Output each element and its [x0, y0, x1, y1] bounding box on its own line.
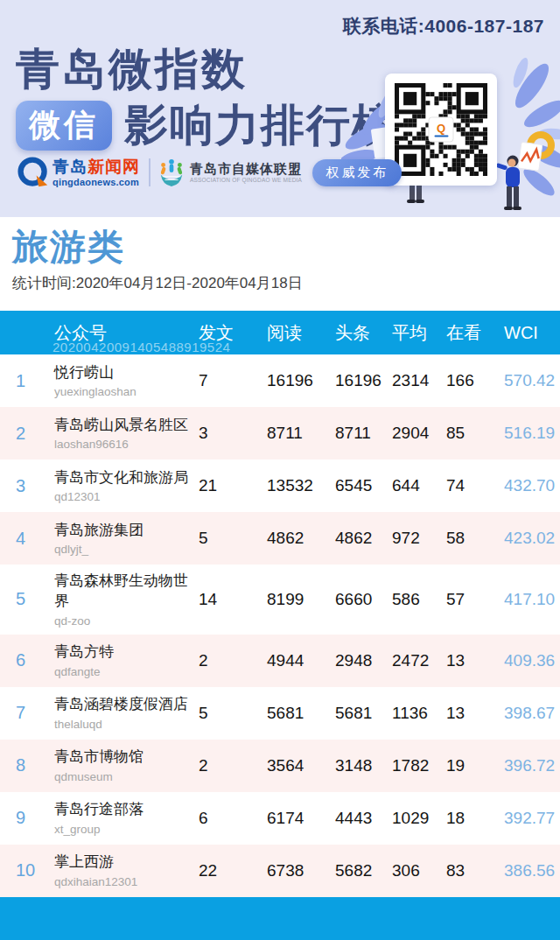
posts-cell: 6 — [199, 809, 267, 828]
average-cell: 1782 — [392, 756, 446, 775]
account-id: qd12301 — [54, 490, 199, 503]
average-cell: 1029 — [392, 809, 446, 828]
stats-period: 统计时间:2020年04月12日-2020年04月18日 — [12, 273, 548, 293]
account-cell: 悦行崂山 yuexinglaoshan — [48, 363, 199, 399]
reads-cell: 13532 — [267, 476, 335, 495]
average-cell: 306 — [392, 861, 446, 880]
col-header-average: 平均 — [392, 321, 446, 345]
account-id: laoshan96616 — [54, 438, 199, 451]
account-cell: 青岛旅游集团 qdlyjt_ — [48, 521, 199, 557]
account-cell: 掌上西游 qdxihaian12301 — [48, 852, 199, 888]
account-id: qdmuseum — [54, 770, 199, 783]
col-header-inlook: 在看 — [446, 321, 504, 345]
account-id: qd-zoo — [54, 614, 199, 628]
inlook-cell: 166 — [446, 371, 504, 390]
account-name: 悦行崂山 — [54, 363, 192, 383]
account-cell: 青岛市文化和旅游局 qd12301 — [48, 468, 199, 504]
average-cell: 644 — [392, 476, 446, 495]
reads-cell: 6174 — [267, 809, 335, 828]
account-name: 青岛涵碧楼度假酒店 — [54, 695, 192, 715]
wci-cell: 396.72 — [504, 756, 560, 775]
table-header: 公众号 发文 阅读 头条 平均 在看 WCI 20200420091405488… — [0, 311, 560, 354]
reads-cell: 4862 — [267, 529, 335, 548]
person-right-icon — [495, 156, 522, 211]
posts-cell: 21 — [199, 476, 267, 495]
account-id: qdxihaian12301 — [54, 875, 199, 888]
contact-phone: 联系电话:4006-187-187 — [343, 14, 544, 39]
table-row: 6 青岛方特 qdfangte 2 4944 2948 2472 13 409.… — [0, 635, 560, 687]
wci-cell: 417.10 — [504, 590, 560, 609]
inlook-cell: 83 — [446, 861, 504, 880]
wemedia-logo-subtitle: ASSOCIATION OF QINGDAO WE MEDIA — [190, 178, 302, 184]
inlook-cell: 13 — [446, 651, 504, 670]
chart-card-icon — [518, 142, 542, 171]
headline-cell: 6660 — [335, 590, 392, 609]
ranking-page: 联系电话:4006-187-187 青岛微指数 微信 影响力排行榜 — [0, 0, 560, 940]
rank-cell: 1 — [0, 371, 48, 391]
headline-cell: 8711 — [335, 424, 392, 443]
account-id: yuexinglaoshan — [54, 385, 199, 398]
posts-cell: 14 — [199, 590, 267, 609]
publisher-logos: 青岛新闻网 qingdaonews.com 青岛市自媒体联盟 ASSOCIATI… — [18, 157, 402, 188]
average-cell: 972 — [392, 529, 446, 548]
headline-cell: 5682 — [335, 861, 392, 880]
wci-cell: 432.70 — [504, 476, 560, 495]
account-name: 青岛崂山风景名胜区 — [54, 416, 192, 436]
reads-cell: 8711 — [267, 424, 335, 443]
wci-cell: 570.42 — [504, 371, 560, 390]
qingdaonews-domain: qingdaonews.com — [52, 178, 140, 187]
wci-cell: 409.36 — [504, 651, 560, 670]
account-name: 青岛行途部落 — [54, 800, 192, 820]
reads-cell: 3564 — [267, 756, 335, 775]
inlook-cell: 18 — [446, 809, 504, 828]
rank-cell: 3 — [0, 476, 48, 496]
inlook-cell: 19 — [446, 756, 504, 775]
account-cell: 青岛方特 qdfangte — [48, 642, 199, 678]
headline-cell: 6545 — [335, 476, 392, 495]
average-cell: 1136 — [392, 704, 446, 723]
account-name: 青岛市文化和旅游局 — [54, 468, 192, 488]
col-header-reads: 阅读 — [267, 321, 335, 345]
rank-cell: 2 — [0, 424, 48, 444]
table-row: 1 悦行崂山 yuexinglaoshan 7 16196 16196 2314… — [0, 354, 560, 407]
table-row: 8 青岛市博物馆 qdmuseum 2 3564 3148 1782 19 39… — [0, 740, 560, 792]
rank-cell: 5 — [0, 589, 48, 609]
headline-cell: 16196 — [335, 371, 392, 390]
headline-cell: 2948 — [335, 651, 392, 670]
table-row: 4 青岛旅游集团 qdlyjt_ 5 4862 4862 972 58 423.… — [0, 512, 560, 565]
watermark-id: 20200420091405488919524 — [52, 340, 230, 354]
average-cell: 2904 — [392, 424, 446, 443]
main-title-line1: 青岛微指数 — [16, 46, 397, 93]
table-row: 5 青岛森林野生动物世界 qd-zoo 14 8199 6660 586 57 … — [0, 565, 560, 635]
account-id: qdfangte — [54, 665, 199, 678]
rank-cell: 9 — [0, 808, 48, 828]
wci-cell: 398.67 — [504, 704, 560, 723]
footer-bar — [0, 897, 560, 940]
average-cell: 2314 — [392, 371, 446, 390]
account-cell: 青岛森林野生动物世界 qd-zoo — [48, 572, 199, 628]
qr-code: Q — [385, 74, 497, 186]
average-cell: 2472 — [392, 651, 446, 670]
posts-cell: 2 — [199, 651, 267, 670]
account-id: qdlyjt_ — [54, 543, 199, 556]
reads-cell: 6738 — [267, 861, 335, 880]
account-id: thelaluqd — [54, 718, 199, 731]
category-section: 旅游类 统计时间:2020年04月12日-2020年04月18日 — [0, 217, 560, 311]
posts-cell: 2 — [199, 756, 267, 775]
headline-cell: 4862 — [335, 529, 392, 548]
inlook-cell: 85 — [446, 424, 504, 443]
inlook-cell: 58 — [446, 529, 504, 548]
table-body: 1 悦行崂山 yuexinglaoshan 7 16196 16196 2314… — [0, 354, 560, 897]
account-name: 青岛森林野生动物世界 — [54, 572, 192, 612]
reads-cell: 5681 — [267, 704, 335, 723]
table-row: 3 青岛市文化和旅游局 qd12301 21 13532 6545 644 74… — [0, 459, 560, 512]
col-header-wci: WCI — [504, 323, 560, 343]
account-cell: 青岛行途部落 xt_group — [48, 800, 199, 836]
wemedia-logo-text: 青岛市自媒体联盟 — [190, 162, 302, 175]
account-name: 青岛旅游集团 — [54, 521, 192, 541]
table-row: 9 青岛行途部落 xt_group 6 6174 4443 1029 18 39… — [0, 792, 560, 845]
inlook-cell: 13 — [446, 704, 504, 723]
headline-cell: 5681 — [335, 704, 392, 723]
rank-cell: 7 — [0, 703, 48, 723]
account-id: xt_group — [54, 823, 199, 836]
